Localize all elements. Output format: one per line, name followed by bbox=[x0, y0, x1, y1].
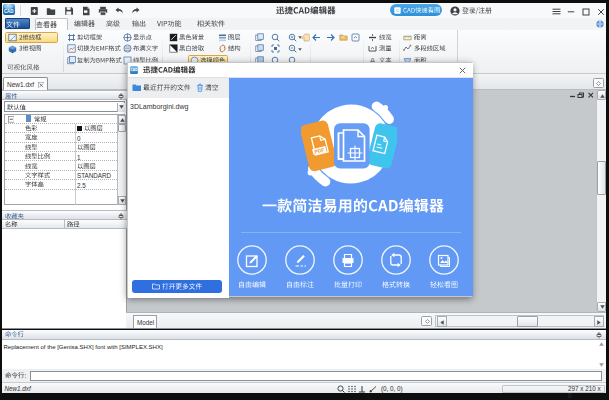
svg-text:C: C bbox=[396, 8, 399, 13]
